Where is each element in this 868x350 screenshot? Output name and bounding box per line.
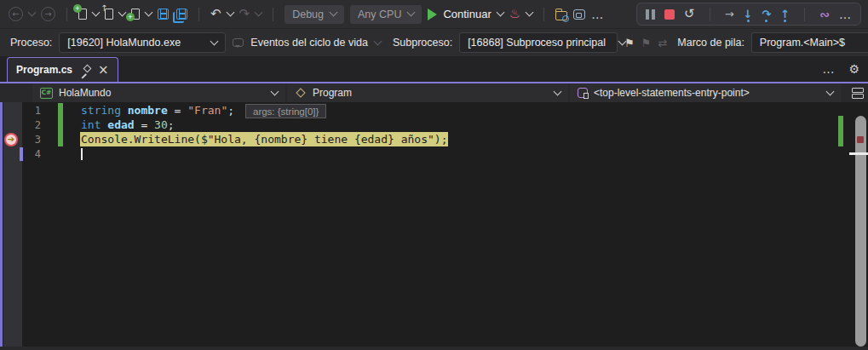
- navigate-back-button[interactable]: ←: [9, 7, 23, 21]
- scrollbar-caret-mark: [849, 152, 868, 155]
- lifecycle-events-label[interactable]: Eventos del ciclo de vida: [250, 37, 368, 49]
- process-dropdown[interactable]: [19620] HolaMundo.exe: [59, 32, 226, 53]
- member-name: <top-level-statements-entry-point>: [594, 87, 750, 99]
- break-all-button[interactable]: [646, 9, 655, 20]
- open-file-button[interactable]: [105, 9, 113, 20]
- code-line[interactable]: 4: [0, 146, 851, 161]
- stack-frame-label: Marco de pila:: [677, 37, 744, 49]
- type-dropdown[interactable]: Program: [287, 83, 568, 102]
- hot-reload-icon[interactable]: ♨: [509, 8, 520, 20]
- main-toolbar: ← → ↶ ↷ Debug Any CPU Continuar ♨: [0, 0, 868, 28]
- stop-debugging-button[interactable]: [664, 9, 675, 20]
- scrollbar-statement-mark: [857, 136, 864, 143]
- new-file-chevron-icon[interactable]: [92, 9, 101, 17]
- entry-point-method-icon: [578, 88, 588, 98]
- hot-reload-chevron-icon[interactable]: [526, 9, 534, 17]
- current-statement-line: Console.WriteLine($"Hola, {nombre} tiene…: [80, 133, 851, 146]
- redo-button[interactable]: ↷: [239, 8, 250, 20]
- code-lines: 1string nombre = "Fran";2int edad = 30;3…: [0, 103, 851, 161]
- back-dropdown-chevron-icon[interactable]: [28, 9, 37, 17]
- process-label: Proceso:: [10, 37, 52, 49]
- toolbar-separator: [198, 8, 199, 21]
- chevron-down-icon: [496, 9, 504, 17]
- navigate-forward-button[interactable]: →: [41, 7, 55, 21]
- tab-program-cs[interactable]: Program.cs ×: [7, 57, 118, 82]
- parallel-stacks-icon[interactable]: ∾: [819, 9, 830, 20]
- toolbar-separator: [543, 8, 544, 21]
- navbar-right: [842, 83, 868, 102]
- code-editor[interactable]: 1string nombre = "Fran";2int edad = 30;3…: [0, 102, 868, 347]
- solution-platform-dropdown[interactable]: Any CPU: [350, 5, 422, 24]
- redo-chevron-icon[interactable]: [255, 9, 263, 17]
- continue-button[interactable]: Continuar: [428, 8, 503, 20]
- pin-tab-icon[interactable]: [80, 65, 90, 75]
- code-text: [63, 147, 851, 161]
- debug-overflow-button[interactable]: …: [839, 9, 852, 20]
- tabstrip-actions: … ⚙: [822, 56, 859, 82]
- continue-label: Continuar: [443, 8, 491, 20]
- chevron-down-icon: [330, 9, 338, 17]
- play-icon: [428, 9, 437, 20]
- process-value: [19620] HolaMundo.exe: [67, 37, 181, 49]
- toolbar-separator: [804, 8, 805, 21]
- code-line[interactable]: 2int edad = 30;: [0, 118, 851, 132]
- step-over-icon[interactable]: ↷: [762, 9, 771, 20]
- thread-dropdown[interactable]: [16868] Subproceso principal: [459, 32, 618, 53]
- solution-configuration-dropdown[interactable]: Debug: [285, 5, 344, 24]
- debug-location-toolbar: Proceso: [19620] HolaMundo.exe Eventos d…: [0, 28, 868, 56]
- code-text: string nombre = "Fran";: [63, 104, 851, 117]
- thread-label: Subproceso:: [393, 37, 452, 49]
- member-dropdown[interactable]: <top-level-statements-entry-point>: [570, 83, 841, 102]
- forward-icon: →: [44, 10, 51, 19]
- settings-gear-icon[interactable]: ⚙: [848, 63, 859, 75]
- toolbar-separator: [710, 8, 710, 21]
- show-threads-in-source-icon[interactable]: ⇄: [658, 37, 667, 49]
- chevron-down-icon: [271, 87, 279, 95]
- show-next-statement-icon[interactable]: →: [725, 9, 734, 20]
- close-tab-icon[interactable]: ×: [98, 65, 109, 75]
- chevron-down-icon: [210, 37, 219, 45]
- undo-button[interactable]: ↶: [210, 8, 221, 20]
- configuration-label: Debug: [292, 9, 324, 20]
- document-tab-strip: Program.cs × … ⚙: [0, 56, 868, 83]
- stack-frame-value: Program.<Main>$: [760, 37, 845, 49]
- lifecycle-events-icon[interactable]: [233, 38, 244, 47]
- project-dropdown[interactable]: C# HolaMundo: [32, 83, 285, 102]
- text-caret: [81, 148, 83, 160]
- change-tracking-bar: [58, 132, 63, 146]
- restart-icon[interactable]: ↺: [684, 8, 695, 20]
- show-flagged-only-icon[interactable]: ⚑: [641, 37, 652, 49]
- window-bottom-edge: [0, 347, 868, 350]
- find-in-files-button[interactable]: [555, 11, 567, 20]
- lifecycle-chevron-icon[interactable]: [373, 37, 382, 45]
- toolbar-separator: [66, 8, 67, 21]
- add-item-button[interactable]: [131, 9, 140, 20]
- step-out-icon[interactable]: ↑: [780, 9, 790, 20]
- vertical-scrollbar-thumb[interactable]: [855, 116, 866, 347]
- debug-controls-group: ↺ → ↓ ↷ ↑ ∾ …: [636, 3, 861, 26]
- project-name: HolaMundo: [59, 87, 111, 99]
- new-file-button[interactable]: [78, 9, 87, 20]
- stack-frame-dropdown[interactable]: Program.<Main>$: [751, 32, 868, 53]
- undo-chevron-icon[interactable]: [226, 9, 234, 17]
- type-name: Program: [313, 87, 352, 99]
- toolbar-overflow-button[interactable]: …: [591, 9, 604, 20]
- code-line[interactable]: 1string nombre = "Fran";: [0, 103, 851, 118]
- split-editor-icon[interactable]: [852, 88, 864, 99]
- tab-list-overflow-button[interactable]: …: [822, 63, 835, 75]
- class-icon: [296, 88, 305, 97]
- window-preview-button[interactable]: [573, 9, 585, 20]
- flag-threads-icon[interactable]: ⚑: [624, 37, 635, 49]
- open-file-chevron-icon[interactable]: [118, 9, 127, 17]
- edited-line-indicator: [20, 147, 23, 161]
- chevron-down-icon: [407, 9, 416, 17]
- save-all-button[interactable]: [176, 9, 187, 20]
- thread-value: [16868] Subproceso principal: [468, 37, 606, 49]
- csharp-project-icon: C#: [40, 88, 53, 99]
- current-statement-arrow-icon[interactable]: ➔: [4, 133, 18, 146]
- chevron-down-icon: [826, 87, 835, 95]
- code-line[interactable]: 3Console.WriteLine($"Hola, {nombre} tien…: [0, 132, 851, 146]
- add-item-chevron-icon[interactable]: [145, 9, 153, 17]
- step-into-icon[interactable]: ↓: [744, 9, 753, 20]
- save-button[interactable]: [158, 9, 169, 20]
